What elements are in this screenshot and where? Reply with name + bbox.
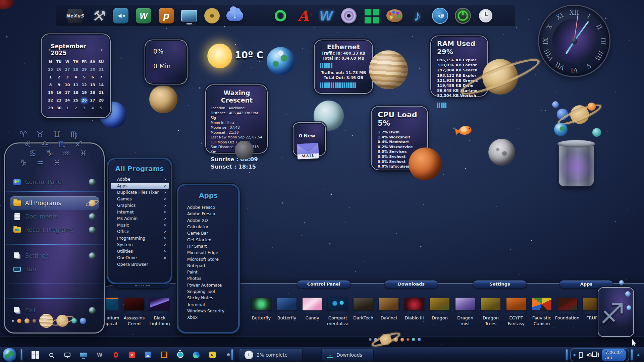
calendar-day[interactable]: 6 [89,75,96,80]
calendar-day[interactable]: 18 [72,90,79,96]
tray-up-arrow[interactable]: ▲ [636,352,641,357]
menu-item[interactable]: Windows Security [178,308,238,314]
calendar-day[interactable]: 3 [81,106,88,111]
calendar-day[interactable]: 29 [47,106,54,111]
menu-item[interactable]: Graphics > [108,202,171,209]
calendar-day[interactable]: 28 [98,98,104,103]
menu-item[interactable]: Xbox [178,314,238,320]
calendar-day[interactable]: 20 [89,90,96,96]
calendar-day[interactable]: 17 [64,90,71,96]
menu-item[interactable]: Snipping Tool [178,288,238,295]
calendar-day[interactable]: 8 [47,82,54,88]
nexus-icon[interactable]: NeXuS [66,6,85,26]
menu-item[interactable]: Sticky Notes [178,295,238,301]
menu-item[interactable]: Internet > [108,209,171,216]
dvd-icon[interactable] [339,6,358,26]
wallpaper-item[interactable]: Dragon mist [452,298,478,326]
dock-tab[interactable]: Control Panel [297,280,351,288]
menu-item[interactable]: Games > [108,196,171,202]
calendar-day[interactable]: 1 [64,106,71,111]
media-player-icon[interactable]: ▶ [208,351,217,359]
wallpaper-item[interactable]: Butterfly [249,298,274,326]
downloads-task-button[interactable]: ↓ Downloads [321,349,374,361]
edge-icon[interactable] [192,351,201,359]
alarm-clock-icon[interactable] [476,6,495,26]
menu-item[interactable]: Adobe Fresco [178,210,238,217]
calendar-day[interactable]: 10 [64,82,71,88]
menu-item[interactable]: Notepad [178,262,238,269]
menu-item[interactable]: Microsoft Store [178,256,238,262]
menu-item[interactable]: Ms Admin > [108,215,171,222]
sidebar-item-recent-programs[interactable]: Recent Programs [10,223,99,237]
calendar-day[interactable]: 31 [98,67,104,72]
menu-item[interactable]: Duplicate Files Fixer > [108,189,171,196]
wallpaper-item[interactable]: DaVinci [376,298,401,326]
wallpaper-item[interactable]: Assassins Creed [121,298,147,326]
sidebar-item-run[interactable]: Run [10,262,99,276]
usb-device-icon[interactable] [579,352,582,358]
calendar-day[interactable]: 30 [89,67,96,72]
wallpaper-item[interactable]: Butterfly [274,298,300,326]
menu-item[interactable]: Paint [178,269,238,275]
calendar-day[interactable]: 4 [72,75,79,80]
moon-phase-widget[interactable]: Waxing Crescent Location : Auckland Dist… [205,84,268,154]
start-orb-button[interactable] [3,348,16,362]
menu-item[interactable]: System > [108,241,171,248]
sidebar-item-all-programs[interactable]: All Programs [10,196,99,210]
music-note-icon[interactable]: ♪ [408,6,427,26]
calendar-day[interactable]: 4 [89,106,96,111]
photos-app-icon[interactable] [144,351,152,359]
chat-icon[interactable] [63,351,72,359]
calendar-day[interactable]: 12 [81,82,88,88]
dock-tab[interactable]: Downloads [384,280,438,288]
calendar-day[interactable]: 27 [64,67,71,72]
palette-icon[interactable] [385,6,404,26]
calendar-day[interactable]: 30 [56,106,62,111]
calendar-day[interactable]: 25 [72,98,79,103]
progress-task-button[interactable]: L 2% complete [239,349,303,361]
menu-item[interactable]: Adobe XD [178,217,238,224]
sidebar-item-settings[interactable]: Settings [10,249,99,262]
speaker-icon[interactable]: ◄)) [585,352,592,357]
menu-item[interactable]: Photos [178,275,238,282]
menu-item[interactable]: Game Bar [178,230,238,236]
calendar-day[interactable]: 27 [89,98,96,103]
calendar-day[interactable]: 3 [64,75,71,80]
calendar-day[interactable]: 26 [56,67,62,72]
menu-item[interactable]: Calculator [178,224,238,230]
cloud-download-icon[interactable]: ↓ [225,6,244,26]
menu-item[interactable]: Utilities > [108,248,171,255]
sidebar-item-control-panel[interactable]: Control Panel [10,175,99,189]
monitor-icon[interactable] [79,351,88,359]
menu-item[interactable]: Office > [108,228,171,235]
power-icon[interactable] [453,6,472,26]
calendar-day[interactable]: 25 [47,67,54,72]
word-icon[interactable]: W [317,6,335,26]
calendar-next-button[interactable]: › [101,47,103,53]
windows-icon[interactable] [362,6,381,26]
calendar-widget[interactable]: ‹ September 2025 › MTUWTHFRSASU 25262728… [41,34,111,118]
menu-item[interactable]: Adobe Fresco [178,204,238,210]
wallpaper-item[interactable]: Dragon Trees [478,298,503,326]
acrobat-icon[interactable]: A [294,6,313,26]
wallpaper-item[interactable]: Compart mentaliza [325,298,351,326]
film-projector-icon[interactable] [203,6,221,26]
grid-app-icon[interactable] [160,351,168,359]
wallpaper-item[interactable]: Diablo III [401,298,427,326]
timer-app-icon[interactable] [176,351,184,359]
volume-icon[interactable]: ◄))) [431,6,449,26]
calendar-day[interactable]: 29 [81,67,88,72]
calendar-day[interactable]: 15 [47,90,54,96]
menu-item[interactable]: Terminal [178,301,238,307]
menu-item[interactable]: Opera Browser [108,261,171,268]
calendar-day[interactable]: 21 [98,90,104,96]
windows-start-icon[interactable] [31,351,40,359]
calendar-day[interactable]: 11 [72,82,79,88]
cubase-icon[interactable]: ◄• [111,6,130,26]
menu-item[interactable]: Get Started [178,236,238,243]
menu-item[interactable]: OneDrive o [108,254,171,261]
menu-item[interactable]: Music > [108,222,171,229]
wallpaper-item[interactable]: Fauvistic Cubism [529,298,554,326]
wallpaper-item[interactable]: DarkTech [351,298,376,326]
calendar-day[interactable]: 2 [72,106,79,111]
